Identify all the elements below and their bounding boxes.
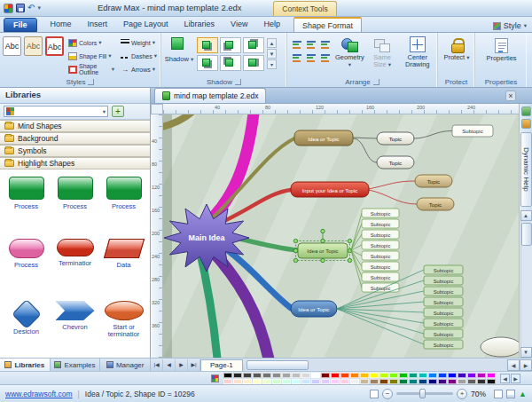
- topic-node-2[interactable]: Topic: [377, 156, 414, 169]
- zoom-slider[interactable]: [396, 392, 453, 395]
- shadow-style-option[interactable]: [220, 55, 241, 71]
- document-close-button[interactable]: ×: [505, 91, 516, 101]
- same-size-button[interactable]: Same Size ▾: [368, 35, 397, 75]
- palette-icon[interactable]: [211, 374, 219, 382]
- section-highlight-shapes[interactable]: Highlight Shapes: [0, 157, 150, 169]
- connector[interactable]: [414, 130, 452, 138]
- dialog-launcher-shadow[interactable]: [235, 79, 241, 85]
- page-tab[interactable]: Page-1: [200, 359, 243, 371]
- library-shape-data[interactable]: Data: [99, 234, 148, 296]
- palette-swatch[interactable]: [477, 373, 486, 378]
- palette-scroll-left-icon[interactable]: ◀: [500, 374, 510, 383]
- arrows-button[interactable]: → Arrows ▾: [119, 63, 159, 75]
- palette-swatch[interactable]: [419, 373, 427, 378]
- palette-swatch[interactable]: [243, 373, 252, 378]
- horizontal-scrollbar[interactable]: [245, 359, 507, 371]
- subtopic-node-top[interactable]: Subtopic: [452, 125, 493, 137]
- pan-zoom-icon[interactable]: [370, 390, 379, 398]
- zoom-out-icon[interactable]: −: [382, 389, 393, 399]
- palette-swatch[interactable]: [301, 373, 310, 378]
- scroll-down-icon[interactable]: ▼: [520, 347, 532, 358]
- align-center-button[interactable]: [304, 38, 317, 51]
- palette-swatch[interactable]: [360, 373, 369, 378]
- palette-swatch[interactable]: [379, 373, 388, 378]
- connector[interactable]: [353, 138, 377, 162]
- palette-swatch[interactable]: [321, 373, 330, 378]
- panel-icon-2[interactable]: [521, 119, 531, 129]
- zoom-in-icon[interactable]: +: [457, 389, 467, 399]
- tab-view[interactable]: View: [223, 17, 255, 32]
- palette-swatch[interactable]: [223, 373, 232, 378]
- distribute-h-button[interactable]: [290, 51, 303, 64]
- expand-icon[interactable]: ▲: [519, 390, 527, 398]
- align-right-button[interactable]: [318, 38, 332, 51]
- rotation-handle[interactable]: [321, 229, 325, 233]
- style-preview-3[interactable]: Abc: [45, 36, 64, 56]
- vertical-scrollbar[interactable]: ▲ ▼: [520, 210, 532, 358]
- topic-node-3[interactable]: Topic: [415, 175, 452, 187]
- palette-swatch[interactable]: [350, 373, 359, 378]
- fit-width-icon[interactable]: [506, 390, 515, 398]
- partial-oval-node[interactable]: [481, 337, 519, 357]
- panel-icon-1[interactable]: [521, 106, 531, 116]
- edrawsoft-link[interactable]: www.edrawsoft.com: [5, 390, 73, 398]
- library-selector-combo[interactable]: ▾: [4, 106, 108, 117]
- shadow-style-option[interactable]: [220, 37, 241, 53]
- shadow-style-option[interactable]: [243, 55, 264, 71]
- dialog-launcher-arrange[interactable]: [373, 79, 379, 85]
- library-shape-chevron[interactable]: Chevron: [51, 296, 99, 359]
- scroll-right-icon[interactable]: ▶: [520, 359, 532, 371]
- connector[interactable]: [337, 291, 424, 309]
- style-menu-button[interactable]: Style ▾: [493, 21, 527, 30]
- colors-button[interactable]: Colors ▾: [66, 36, 116, 49]
- topic-node-4[interactable]: Topic: [417, 198, 454, 210]
- tab-libraries[interactable]: Libraries: [176, 17, 223, 32]
- library-shape-decision[interactable]: Desicion: [2, 296, 51, 359]
- connector[interactable]: [369, 190, 417, 204]
- topic-node-1[interactable]: Topic: [377, 132, 414, 145]
- palette-swatch[interactable]: [292, 373, 301, 378]
- shadow-style-option[interactable]: [197, 37, 218, 53]
- drawing-canvas[interactable]: Main Idea Idea or Topic Input your Idea …: [163, 114, 519, 358]
- palette-swatch[interactable]: [448, 373, 457, 378]
- palette-swatch[interactable]: [331, 373, 340, 378]
- palette-swatch[interactable]: [399, 373, 408, 378]
- library-shape-start-terminator[interactable]: Start or terminatior: [99, 296, 148, 359]
- palette-swatch[interactable]: [389, 373, 398, 378]
- last-page-icon[interactable]: ▶|: [188, 359, 200, 371]
- library-shape-process-3[interactable]: Process: [99, 172, 148, 234]
- tab-help[interactable]: Help: [255, 17, 288, 32]
- tab-shape-format[interactable]: Shape Format: [293, 17, 362, 32]
- palette-swatch[interactable]: [438, 373, 447, 378]
- scroll-left-icon[interactable]: ◀: [507, 359, 520, 371]
- style-preview-2[interactable]: Abc: [24, 36, 43, 56]
- qat-dropdown-icon[interactable]: ▾: [37, 4, 41, 12]
- rotate-button[interactable]: [318, 51, 332, 64]
- palette-swatch[interactable]: [311, 373, 320, 378]
- add-library-button[interactable]: +: [112, 106, 124, 117]
- palette-swatch[interactable]: [340, 373, 349, 378]
- scroll-up-icon[interactable]: ▲: [520, 210, 532, 221]
- library-shape-termination[interactable]: Terminatior: [51, 234, 99, 296]
- dashes-button[interactable]: Dashes ▾: [119, 50, 159, 62]
- palette-swatch[interactable]: [409, 373, 418, 378]
- palette-swatch[interactable]: [272, 373, 281, 378]
- palette-swatch[interactable]: [282, 373, 291, 378]
- tab-insert[interactable]: Insert: [80, 17, 116, 32]
- tab-home[interactable]: Home: [43, 17, 80, 32]
- gallery-scroll-up-icon[interactable]: ▲: [267, 38, 277, 48]
- undo-icon[interactable]: ↶: [27, 4, 35, 12]
- palette-swatch[interactable]: [458, 373, 466, 378]
- connector[interactable]: [351, 250, 362, 288]
- style-preview-1[interactable]: Abc: [3, 36, 21, 56]
- library-shape-process-1[interactable]: Process: [2, 172, 51, 234]
- properties-button[interactable]: Properties: [480, 35, 524, 75]
- connector[interactable]: [353, 138, 377, 138]
- section-mind-shapes[interactable]: Mind Shapes: [0, 120, 150, 132]
- palette-swatch[interactable]: [262, 373, 271, 378]
- prev-page-icon[interactable]: ◀: [163, 359, 176, 371]
- shape-outline-button[interactable]: Shape Outline ▾: [66, 63, 116, 75]
- gallery-scroll-down-icon[interactable]: ▼: [267, 49, 277, 59]
- connector[interactable]: [337, 309, 424, 344]
- scrollbar-thumb[interactable]: [246, 360, 309, 370]
